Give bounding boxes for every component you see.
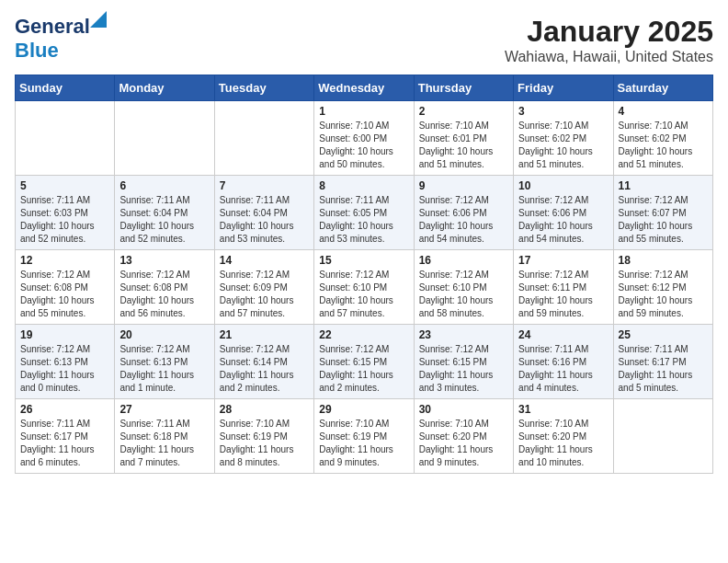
day-number: 3 [518, 105, 608, 118]
day-number: 31 [518, 403, 608, 416]
day-number: 27 [119, 403, 209, 416]
day-number: 6 [119, 179, 209, 192]
calendar-week-5: 26Sunrise: 7:11 AM Sunset: 6:17 PM Dayli… [16, 399, 713, 474]
calendar-cell [16, 101, 115, 176]
day-info: Sunrise: 7:12 AM Sunset: 6:07 PM Dayligh… [619, 194, 708, 246]
calendar-week-3: 12Sunrise: 7:12 AM Sunset: 6:08 PM Dayli… [16, 250, 713, 325]
day-info: Sunrise: 7:11 AM Sunset: 6:16 PM Dayligh… [518, 343, 608, 395]
day-info: Sunrise: 7:12 AM Sunset: 6:11 PM Dayligh… [518, 269, 608, 320]
page-title: January 2025 [505, 15, 713, 49]
calendar-header-wednesday: Wednesday [314, 75, 414, 101]
logo: General Blue [15, 15, 90, 63]
calendar-cell: 27Sunrise: 7:11 AM Sunset: 6:18 PM Dayli… [115, 399, 214, 474]
calendar-cell: 1Sunrise: 7:10 AM Sunset: 6:00 PM Daylig… [314, 101, 414, 176]
title-block: January 2025 Wahiawa, Hawaii, United Sta… [505, 15, 713, 65]
calendar-cell: 2Sunrise: 7:10 AM Sunset: 6:01 PM Daylig… [414, 101, 513, 176]
day-number: 15 [319, 254, 408, 267]
day-info: Sunrise: 7:12 AM Sunset: 6:12 PM Dayligh… [619, 269, 708, 320]
calendar-cell [214, 101, 313, 176]
calendar-header-thursday: Thursday [414, 75, 513, 101]
day-number: 18 [619, 254, 708, 267]
calendar-cell: 22Sunrise: 7:12 AM Sunset: 6:15 PM Dayli… [314, 325, 414, 399]
day-number: 1 [319, 105, 408, 118]
page-subtitle: Wahiawa, Hawaii, United States [505, 49, 713, 65]
calendar-cell: 14Sunrise: 7:12 AM Sunset: 6:09 PM Dayli… [214, 250, 313, 325]
day-number: 19 [20, 328, 109, 341]
calendar-cell: 5Sunrise: 7:11 AM Sunset: 6:03 PM Daylig… [16, 176, 115, 250]
day-number: 25 [619, 328, 708, 341]
day-info: Sunrise: 7:10 AM Sunset: 6:00 PM Dayligh… [319, 120, 408, 171]
calendar-cell: 31Sunrise: 7:10 AM Sunset: 6:20 PM Dayli… [514, 399, 613, 474]
calendar-cell: 6Sunrise: 7:11 AM Sunset: 6:04 PM Daylig… [115, 176, 214, 250]
calendar-cell: 20Sunrise: 7:12 AM Sunset: 6:13 PM Dayli… [115, 325, 214, 399]
day-number: 16 [419, 254, 508, 267]
calendar-cell: 26Sunrise: 7:11 AM Sunset: 6:17 PM Dayli… [16, 399, 115, 474]
day-number: 30 [419, 403, 508, 416]
day-number: 5 [20, 179, 109, 192]
day-info: Sunrise: 7:12 AM Sunset: 6:10 PM Dayligh… [419, 269, 508, 320]
calendar-cell [613, 399, 712, 474]
calendar-cell: 29Sunrise: 7:10 AM Sunset: 6:19 PM Dayli… [314, 399, 414, 474]
day-info: Sunrise: 7:10 AM Sunset: 6:02 PM Dayligh… [518, 120, 608, 171]
calendar-cell: 19Sunrise: 7:12 AM Sunset: 6:13 PM Dayli… [16, 325, 115, 399]
calendar-cell: 16Sunrise: 7:12 AM Sunset: 6:10 PM Dayli… [414, 250, 513, 325]
calendar-cell: 17Sunrise: 7:12 AM Sunset: 6:11 PM Dayli… [514, 250, 613, 325]
day-info: Sunrise: 7:11 AM Sunset: 6:03 PM Dayligh… [20, 194, 109, 246]
calendar-header-sunday: Sunday [16, 75, 115, 101]
day-number: 29 [319, 403, 408, 416]
day-number: 20 [119, 328, 209, 341]
day-number: 8 [319, 179, 408, 192]
logo-general: General [15, 15, 90, 38]
day-number: 7 [220, 179, 309, 192]
calendar-cell: 24Sunrise: 7:11 AM Sunset: 6:16 PM Dayli… [514, 325, 613, 399]
day-info: Sunrise: 7:11 AM Sunset: 6:05 PM Dayligh… [319, 194, 408, 246]
calendar-cell: 13Sunrise: 7:12 AM Sunset: 6:08 PM Dayli… [115, 250, 214, 325]
calendar-cell: 21Sunrise: 7:12 AM Sunset: 6:14 PM Dayli… [214, 325, 313, 399]
calendar-cell: 12Sunrise: 7:12 AM Sunset: 6:08 PM Dayli… [16, 250, 115, 325]
calendar-week-4: 19Sunrise: 7:12 AM Sunset: 6:13 PM Dayli… [16, 325, 713, 399]
day-info: Sunrise: 7:11 AM Sunset: 6:04 PM Dayligh… [119, 194, 209, 246]
day-number: 23 [419, 328, 508, 341]
calendar-header-monday: Monday [115, 75, 214, 101]
day-info: Sunrise: 7:12 AM Sunset: 6:06 PM Dayligh… [419, 194, 508, 246]
calendar-week-1: 1Sunrise: 7:10 AM Sunset: 6:00 PM Daylig… [16, 101, 713, 176]
day-number: 13 [119, 254, 209, 267]
day-number: 24 [518, 328, 608, 341]
day-info: Sunrise: 7:10 AM Sunset: 6:19 PM Dayligh… [220, 418, 309, 469]
calendar-cell: 23Sunrise: 7:12 AM Sunset: 6:15 PM Dayli… [414, 325, 513, 399]
day-info: Sunrise: 7:12 AM Sunset: 6:14 PM Dayligh… [220, 343, 309, 395]
calendar-cell: 10Sunrise: 7:12 AM Sunset: 6:06 PM Dayli… [514, 176, 613, 250]
day-info: Sunrise: 7:10 AM Sunset: 6:20 PM Dayligh… [419, 418, 508, 469]
day-number: 21 [220, 328, 309, 341]
page-header: General Blue January 2025 Wahiawa, Hawai… [15, 15, 713, 65]
day-info: Sunrise: 7:10 AM Sunset: 6:01 PM Dayligh… [419, 120, 508, 171]
day-number: 9 [419, 179, 508, 192]
day-info: Sunrise: 7:10 AM Sunset: 6:19 PM Dayligh… [319, 418, 408, 469]
day-number: 12 [20, 254, 109, 267]
calendar-cell: 3Sunrise: 7:10 AM Sunset: 6:02 PM Daylig… [514, 101, 613, 176]
day-info: Sunrise: 7:12 AM Sunset: 6:10 PM Dayligh… [319, 269, 408, 320]
calendar-cell: 18Sunrise: 7:12 AM Sunset: 6:12 PM Dayli… [613, 250, 712, 325]
calendar-cell: 11Sunrise: 7:12 AM Sunset: 6:07 PM Dayli… [613, 176, 712, 250]
calendar-cell: 8Sunrise: 7:11 AM Sunset: 6:05 PM Daylig… [314, 176, 414, 250]
logo-arrow-icon [90, 11, 107, 28]
day-number: 10 [518, 179, 608, 192]
day-info: Sunrise: 7:12 AM Sunset: 6:08 PM Dayligh… [119, 269, 209, 320]
calendar-cell: 7Sunrise: 7:11 AM Sunset: 6:04 PM Daylig… [214, 176, 313, 250]
calendar-cell: 30Sunrise: 7:10 AM Sunset: 6:20 PM Dayli… [414, 399, 513, 474]
day-info: Sunrise: 7:12 AM Sunset: 6:09 PM Dayligh… [220, 269, 309, 320]
calendar-header-saturday: Saturday [613, 75, 712, 101]
day-info: Sunrise: 7:12 AM Sunset: 6:13 PM Dayligh… [119, 343, 209, 395]
calendar-table: SundayMondayTuesdayWednesdayThursdayFrid… [15, 75, 713, 474]
day-info: Sunrise: 7:11 AM Sunset: 6:17 PM Dayligh… [619, 343, 708, 395]
calendar-cell [115, 101, 214, 176]
day-number: 26 [20, 403, 109, 416]
calendar-header-tuesday: Tuesday [214, 75, 313, 101]
day-number: 11 [619, 179, 708, 192]
day-info: Sunrise: 7:11 AM Sunset: 6:04 PM Dayligh… [220, 194, 309, 246]
svg-marker-0 [90, 11, 107, 28]
logo-blue: Blue [15, 39, 59, 62]
calendar-cell: 25Sunrise: 7:11 AM Sunset: 6:17 PM Dayli… [613, 325, 712, 399]
calendar-header-friday: Friday [514, 75, 613, 101]
day-number: 22 [319, 328, 408, 341]
